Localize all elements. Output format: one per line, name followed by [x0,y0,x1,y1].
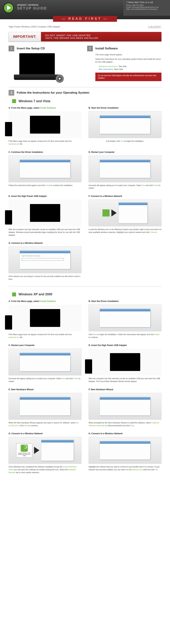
w7-card-e: E. Insert the High Power USB Adapter Aft… [8,195,81,236]
step2-number: 2 [87,46,93,51]
step3-number: 3 [8,90,14,96]
xp-c-image [8,349,81,376]
brand-subtitle: SETUP GUIDE [17,6,124,10]
xp-f-title: F. New Hardware Wizard [89,388,162,391]
xp-card-g: G. Connect to a Wireless Network Amped W… [8,432,81,474]
xp-card-h: H. Connect to a Wireless Network Highlig… [89,432,162,474]
xp-card-d: D. Insert the High Power USB Adapter Aft… [89,344,162,383]
xp-d-image [89,349,162,376]
product-name: High Power Wireless-150N Compact USB Ada… [8,25,60,29]
mac-instructions-label: Mac Instructions: [99,68,114,70]
help-web: Web: www.ampedwireless.com/support [126,8,168,10]
important-line1: DO NOT INSERT THE USB ADAPTER [45,34,98,37]
step2-title: Install Software [95,47,118,50]
play-icon [3,2,14,13]
xp-card-f: F. New Hardware Wizard When prompted by … [89,388,162,427]
product-row: High Power Wireless-150N Compact USB Ada… [8,25,162,29]
laptop-illustration [12,53,62,84]
utility-icon [21,444,28,452]
product-model: UA150C [148,25,162,29]
help-email: Email: techsupport@ampedwireless.com [126,6,168,8]
important-bar: IMPORTANT: DO NOT INSERT THE USB ADAPTER… [8,32,162,42]
w7-card-f: F. Connect to a Wireless Network Locate … [89,195,162,236]
w7-card-a: A. From the Menu page, select Install So… [8,107,81,146]
w7-c-title: C. Continue the Driver Installation [8,151,81,154]
w7-card-c: C. Continue the Driver Installation Foll… [8,151,81,190]
w7-d-title: D. Restart your Computer [89,151,162,154]
w7-card-g: G. Connect to a Wireless Network Type th… [8,242,81,281]
w7-e-image [8,200,81,226]
w7-d-image [89,156,162,182]
xp-h-image [89,437,162,464]
help-title: ? Need Help? Give us a call. [126,1,168,4]
win-instructions-label: Windows Instructions: [99,65,118,68]
xp-a-action: Install Software [40,300,56,302]
xp-card-c: C. Restart your Computer A prompt will a… [8,344,81,383]
xp-a-title: A. From the Menu page, select [8,300,40,302]
w7-e-desc: After the computer has fully rebooted, l… [8,228,81,236]
xp-card-b: B. Start the Driver Installation Click N… [89,300,162,339]
important-line2: UNTIL THE DRIVER HAS BEEN INSTALLED [45,37,98,40]
arrow-right-icon [34,447,39,454]
w7-f-title: F. Connect to a Wireless Network [89,195,162,198]
xp-h-title: H. Connect to a Wireless Network [89,432,162,435]
step1-title: Insert the Setup CD [17,47,45,50]
brand: amped | wireless SETUP GUIDE [17,3,124,16]
step2-p1: The menu page should appear. [95,53,162,56]
xp-d-desc: After the computer has fully rebooted, l… [89,377,162,383]
step2-p2: Select the instructions for your operati… [95,58,162,64]
w7-a-title: A. From the Menu page, select [8,107,40,109]
w7-g-image: Type the network security key [8,246,81,273]
w7-card-b: B. Start the Driver Installation If prom… [89,107,162,146]
xp-b-image [89,304,162,331]
arrow-right-icon [111,210,117,216]
os-xp-header: Windows XP and 2000 [12,292,162,296]
step2-body: The menu page should appear. Select the … [87,53,162,81]
read-first-banner: READ FIRST [53,16,117,22]
xp-card-a: A. From the Menu page, select Install So… [8,300,81,339]
red-warning: Do not insert the USB Adapter until afte… [95,72,162,81]
w7-e-title: E. Insert the High Power USB Adapter [8,195,81,198]
important-text: DO NOT INSERT THE USB ADAPTER UNTIL THE … [41,32,102,41]
w7-f-image [89,200,162,226]
xp-d-title: D. Insert the High Power USB Adapter [89,344,162,346]
step1-number: 1 [8,46,14,51]
important-label: IMPORTANT: [8,32,41,42]
xp-c-title: C. Restart your Computer [8,344,81,346]
help-phone: Phone: 888-573-8820 [126,4,168,6]
xp-g-image: Amped Wireless USB Wireless-N Driver and… [8,437,81,464]
xp-f-image [89,393,162,420]
w7-b-title: B. Start the Driver Installation [89,107,162,109]
xp-e-title: E. New Hardware Wizard [8,388,81,391]
w7-a-image [8,111,81,138]
brand-name: amped | wireless [17,3,124,6]
cd-icon [56,74,64,83]
w7-b-image [89,111,162,138]
xp-g-title: G. Connect to a Wireless Network [8,432,81,435]
utility-icon-box: Amped Wireless USB Wireless-N Driver and… [16,443,32,458]
w7-a-action: Install Software [40,107,56,109]
w7-c-image [8,156,81,182]
wireless-icon [102,210,110,216]
w7-card-d: D. Restart your Computer A prompt will a… [89,151,162,190]
win-instructions-val: This Side [118,65,127,68]
xp-a-image [8,304,81,331]
step3-title: Follow the Instructions for your Operati… [17,91,90,94]
xp-card-e: E. New Hardware Wizard When the New Hard… [8,388,81,427]
xp-b-title: B. Start the Driver Installation [89,300,162,302]
utility-label: Amped Wireless USB Wireless-N Driver and… [17,452,31,456]
xp-e-image [8,393,81,420]
mac-instructions-val: Back Side [114,68,123,70]
w7-g-desc: If the network you are trying to connect… [8,275,81,281]
w7-g-title: G. Connect to a Wireless Network [8,242,81,244]
header: amped | wireless SETUP GUIDE ? Need Help… [0,0,170,19]
os-win7-header: Windows 7 and Vista [12,99,162,103]
help-box: ? Need Help? Give us a call. Phone: 888-… [124,0,170,16]
